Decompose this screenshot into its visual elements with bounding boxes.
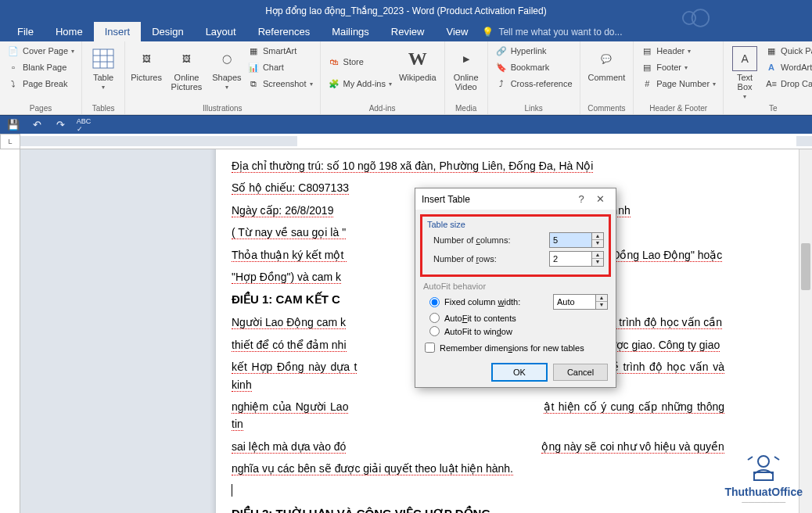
menu-home[interactable]: Home [45, 22, 94, 41]
header-icon: ▤ [641, 45, 653, 57]
cover-page-button[interactable]: 📄Cover Page▾ [5, 43, 77, 59]
table-button[interactable]: Table▾ [87, 43, 120, 102]
spinner-up[interactable]: ▲ [592, 252, 603, 259]
vertical-ruler[interactable] [0, 149, 20, 513]
menu-file[interactable]: File [6, 22, 45, 41]
undo-button[interactable]: ↶ [30, 118, 44, 132]
screenshot-button[interactable]: ⧉Screenshot▾ [245, 76, 315, 91]
comment-icon: 💬 [594, 46, 619, 71]
svg-line-9 [748, 457, 753, 460]
store-button[interactable]: 🛍Store [325, 54, 394, 70]
doc-line: ( Từ nay về sau gọi là " [232, 226, 346, 239]
num-rows-input[interactable] [549, 251, 592, 267]
footer-icon: ▤ [641, 61, 653, 74]
spinner-up[interactable]: ▲ [592, 233, 603, 240]
my-addins-button[interactable]: 🧩My Add-ins▾ [325, 76, 394, 91]
blank-page-icon: ▫ [7, 61, 20, 74]
video-icon: ▶ [454, 46, 479, 71]
menu-layout[interactable]: Layout [195, 22, 247, 41]
quickparts-button[interactable]: ▦Quick Pa [763, 43, 812, 59]
save-button[interactable]: 💾 [6, 118, 20, 132]
spinner-down[interactable]: ▼ [592, 240, 603, 247]
ok-button[interactable]: OK [492, 364, 547, 381]
cancel-button[interactable]: Cancel [553, 364, 608, 381]
spinner-down[interactable]: ▼ [596, 302, 607, 309]
remember-dimensions-checkbox[interactable] [425, 343, 435, 353]
page-icon: 📄 [7, 45, 20, 57]
pictures-button[interactable]: 🖼Pictures [130, 43, 163, 102]
watermark: ThuthuatOffice ——————— [724, 449, 803, 505]
scrollbar-thumb[interactable] [801, 243, 810, 290]
ribbon-group-links: 🔗Hyperlink 🔖Bookmark ⤴Cross-reference Li… [488, 41, 580, 114]
num-columns-spinner[interactable]: ▲▼ [549, 232, 604, 248]
spinner-up[interactable]: ▲ [596, 295, 607, 302]
ruler-corner[interactable]: L [0, 134, 20, 149]
ribbon: 📄Cover Page▾ ▫Blank Page ⤵Page Break Pag… [0, 41, 812, 115]
num-rows-spinner[interactable]: ▲▼ [549, 251, 604, 267]
horizontal-ruler[interactable] [20, 134, 812, 149]
ribbon-group-tables: Table▾ Tables [82, 41, 125, 114]
menu-insert[interactable]: Insert [94, 22, 142, 41]
textbox-button[interactable]: AText Box▾ [728, 43, 761, 102]
shapes-button[interactable]: ◯Shapes▾ [210, 43, 243, 102]
insert-table-dialog: Insert Table ? ✕ Table size Number of co… [415, 188, 616, 388]
table-icon [91, 46, 116, 71]
svg-rect-2 [93, 49, 113, 68]
menu-design[interactable]: Design [141, 22, 194, 41]
wordart-icon: A [765, 61, 778, 74]
tell-me-search[interactable]: 💡 Tell me what you want to do... [482, 22, 622, 41]
quick-access-row: 💾 ↶ ↷ ABC✓ [0, 115, 812, 134]
menu-review[interactable]: Review [380, 22, 436, 41]
smartart-icon: ▦ [247, 45, 260, 57]
page-break-button[interactable]: ⤵Page Break [5, 76, 77, 91]
doc-line: Địa chỉ thường trú: số 10 ngõ 198 xã đàn… [232, 160, 593, 173]
dialog-close-button[interactable]: ✕ [591, 193, 609, 205]
ribbon-group-illustrations: 🖼Pictures 🖼Online Pictures ◯Shapes▾ ▦Sma… [125, 41, 320, 114]
wikipedia-button[interactable]: WWikipedia [396, 43, 440, 102]
group-label-tables: Tables [87, 102, 120, 114]
svg-rect-8 [754, 472, 773, 480]
lightbulb-icon: 💡 [482, 27, 494, 38]
header-button[interactable]: ▤Header▾ [638, 43, 718, 59]
pagenum-button[interactable]: #Page Number▾ [638, 76, 718, 91]
hyperlink-button[interactable]: 🔗Hyperlink [493, 43, 575, 59]
spellcheck-button[interactable]: ABC✓ [77, 118, 91, 132]
autofit-window-radio[interactable] [429, 326, 440, 336]
svg-point-7 [758, 456, 769, 467]
crossref-button[interactable]: ⤴Cross-reference [493, 76, 575, 91]
chart-button[interactable]: 📊Chart [245, 59, 315, 75]
tell-me-label: Tell me what you want to do... [498, 27, 622, 38]
dropcap-button[interactable]: A≡Drop Ca [763, 76, 812, 91]
footer-button[interactable]: ▤Footer▾ [638, 59, 718, 75]
screenshot-icon: ⧉ [247, 77, 260, 90]
bookmark-button[interactable]: 🔖Bookmark [493, 59, 575, 75]
menu-view[interactable]: View [435, 22, 479, 41]
ribbon-group-comments: 💬Comment Comments [580, 41, 634, 114]
redo-button[interactable]: ↷ [53, 118, 67, 132]
menu-references[interactable]: References [247, 22, 321, 41]
autofit-contents-radio[interactable] [429, 313, 440, 323]
dialog-titlebar[interactable]: Insert Table ? ✕ [415, 188, 616, 210]
doc-line: Thỏa thuận ký kết một [232, 249, 347, 262]
wordart-button[interactable]: AWordArt [763, 59, 812, 75]
table-size-label: Table size [427, 220, 604, 229]
group-label-pages: Pages [5, 102, 77, 114]
num-columns-label: Number of columns: [433, 235, 544, 245]
store-icon: 🛍 [328, 56, 340, 68]
spinner-down[interactable]: ▼ [592, 259, 603, 266]
online-pictures-icon: 🖼 [174, 46, 199, 71]
online-video-button[interactable]: ▶Online Video [450, 43, 483, 102]
fixed-width-radio[interactable] [429, 297, 440, 307]
fixed-width-spinner[interactable]: ▲▼ [553, 294, 608, 310]
smartart-button[interactable]: ▦SmartArt [245, 43, 315, 59]
fixed-width-input[interactable] [553, 294, 596, 310]
comment-button[interactable]: 💬Comment [585, 43, 629, 102]
decorative-circles [682, 4, 710, 32]
ribbon-group-headerfooter: ▤Header▾ ▤Footer▾ #Page Number▾ Header &… [634, 41, 724, 114]
num-columns-input[interactable] [549, 232, 592, 248]
online-pictures-button[interactable]: 🖼Online Pictures [164, 43, 209, 102]
blank-page-button[interactable]: ▫Blank Page [5, 59, 77, 75]
dialog-help-button[interactable]: ? [572, 193, 591, 205]
group-label-media: Media [450, 102, 483, 114]
menu-mailings[interactable]: Mailings [321, 22, 380, 41]
